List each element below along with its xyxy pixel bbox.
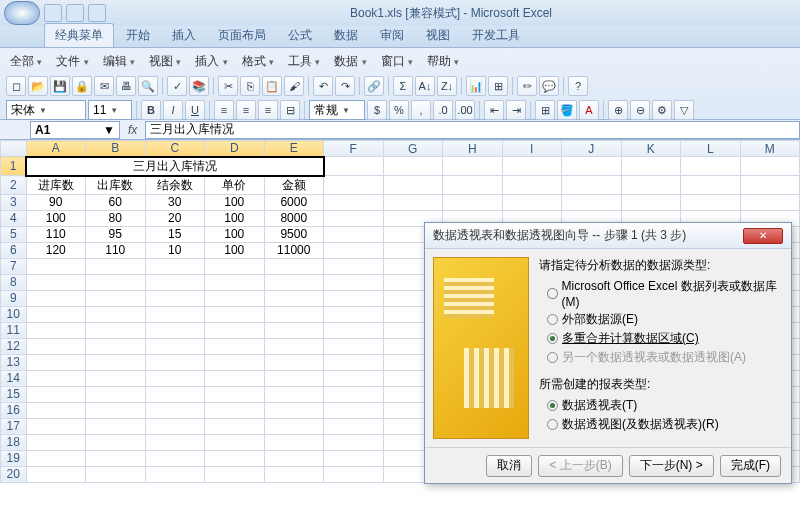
menu-帮助[interactable]: 帮助 ▾	[423, 52, 463, 71]
cell[interactable]	[324, 274, 384, 290]
sort-asc-icon[interactable]: A↓	[415, 76, 435, 96]
cell[interactable]	[324, 402, 384, 418]
cell[interactable]	[324, 466, 384, 482]
cell[interactable]	[26, 386, 86, 402]
paste-icon[interactable]: 📋	[262, 76, 282, 96]
number-format-combo[interactable]: 常规▼	[309, 100, 365, 120]
cell[interactable]	[264, 418, 324, 434]
cell[interactable]	[205, 466, 265, 482]
insert-rows-icon[interactable]: ⊕	[608, 100, 628, 120]
cell[interactable]	[443, 176, 503, 195]
cell[interactable]: 11000	[264, 242, 324, 258]
cell[interactable]	[26, 354, 86, 370]
redo-icon[interactable]	[88, 4, 106, 22]
row-header-2[interactable]: 2	[1, 176, 27, 195]
cell[interactable]	[205, 258, 265, 274]
row-header-18[interactable]: 18	[1, 434, 27, 450]
cell[interactable]	[324, 434, 384, 450]
formula-input[interactable]: 三月出入库情况	[145, 121, 800, 139]
cell[interactable]	[443, 157, 503, 176]
cell[interactable]: 100	[205, 242, 265, 258]
menu-窗口[interactable]: 窗口 ▾	[377, 52, 417, 71]
cell[interactable]	[26, 402, 86, 418]
cell[interactable]: 10	[145, 242, 205, 258]
cell[interactable]: 95	[86, 226, 146, 242]
currency-icon[interactable]: $	[367, 100, 387, 120]
cell[interactable]	[264, 466, 324, 482]
cell[interactable]	[26, 258, 86, 274]
cell[interactable]	[502, 157, 562, 176]
cell[interactable]	[264, 386, 324, 402]
cell[interactable]	[145, 466, 205, 482]
cell[interactable]	[324, 418, 384, 434]
cell[interactable]	[324, 354, 384, 370]
cell[interactable]: 单价	[205, 176, 265, 195]
open-icon[interactable]: 📂	[28, 76, 48, 96]
cell[interactable]: 100	[26, 210, 86, 226]
row-header-14[interactable]: 14	[1, 370, 27, 386]
row-header-20[interactable]: 20	[1, 466, 27, 482]
close-icon[interactable]: ✕	[743, 228, 783, 244]
menu-文件[interactable]: 文件 ▾	[52, 52, 92, 71]
cell[interactable]	[145, 354, 205, 370]
borders-icon[interactable]: ⊞	[535, 100, 555, 120]
cell[interactable]	[264, 274, 324, 290]
cell[interactable]	[383, 194, 443, 210]
font-size-combo[interactable]: 11▼	[88, 100, 132, 120]
cell[interactable]: 出库数	[86, 176, 146, 195]
cell[interactable]	[443, 194, 503, 210]
print-icon[interactable]: 🖶	[116, 76, 136, 96]
tab-6[interactable]: 审阅	[370, 24, 414, 47]
col-header-M[interactable]: M	[740, 141, 800, 157]
cell[interactable]	[562, 194, 622, 210]
col-header-C[interactable]: C	[145, 141, 205, 157]
cancel-button[interactable]: 取消	[486, 455, 532, 477]
cell[interactable]	[26, 418, 86, 434]
sort-desc-icon[interactable]: Z↓	[437, 76, 457, 96]
cell[interactable]	[264, 370, 324, 386]
undo-icon[interactable]	[66, 4, 84, 22]
align-right-icon[interactable]: ≡	[258, 100, 278, 120]
cell[interactable]: 9500	[264, 226, 324, 242]
decrease-decimal-icon[interactable]: .00	[455, 100, 475, 120]
cell[interactable]	[145, 290, 205, 306]
cell[interactable]: 110	[26, 226, 86, 242]
dialog-title-bar[interactable]: 数据透视表和数据透视图向导 -- 步骤 1 (共 3 步) ✕	[425, 223, 791, 249]
cell[interactable]	[86, 418, 146, 434]
cell[interactable]	[264, 306, 324, 322]
cell[interactable]	[26, 274, 86, 290]
cell[interactable]: 60	[86, 194, 146, 210]
cell[interactable]	[145, 274, 205, 290]
cell[interactable]	[86, 402, 146, 418]
pivot-icon[interactable]: ⊞	[488, 76, 508, 96]
cell[interactable]	[502, 194, 562, 210]
increase-decimal-icon[interactable]: .0	[433, 100, 453, 120]
format-painter-icon[interactable]: 🖌	[284, 76, 304, 96]
cell[interactable]	[205, 386, 265, 402]
cell[interactable]: 金额	[264, 176, 324, 195]
cell[interactable]	[324, 306, 384, 322]
cell[interactable]	[26, 370, 86, 386]
menu-格式[interactable]: 格式 ▾	[238, 52, 278, 71]
cell[interactable]: 20	[145, 210, 205, 226]
cell[interactable]: 100	[205, 210, 265, 226]
radio-excel-list[interactable]: Microsoft Office Excel 数据列表或数据库(M)	[547, 278, 783, 309]
cell[interactable]	[26, 450, 86, 466]
row-header-19[interactable]: 19	[1, 450, 27, 466]
help-icon[interactable]: ?	[568, 76, 588, 96]
cut-icon[interactable]: ✂	[218, 76, 238, 96]
cell[interactable]	[324, 322, 384, 338]
col-header-A[interactable]: A	[26, 141, 86, 157]
cell[interactable]	[86, 466, 146, 482]
col-header-E[interactable]: E	[264, 141, 324, 157]
cell[interactable]	[681, 194, 741, 210]
cell[interactable]	[621, 176, 681, 195]
cell[interactable]	[681, 176, 741, 195]
cell[interactable]: 90	[26, 194, 86, 210]
decrease-indent-icon[interactable]: ⇤	[484, 100, 504, 120]
tab-1[interactable]: 开始	[116, 24, 160, 47]
cell[interactable]	[621, 194, 681, 210]
menu-工具[interactable]: 工具 ▾	[284, 52, 324, 71]
cell[interactable]	[26, 466, 86, 482]
name-box[interactable]: A1▼	[30, 121, 120, 139]
